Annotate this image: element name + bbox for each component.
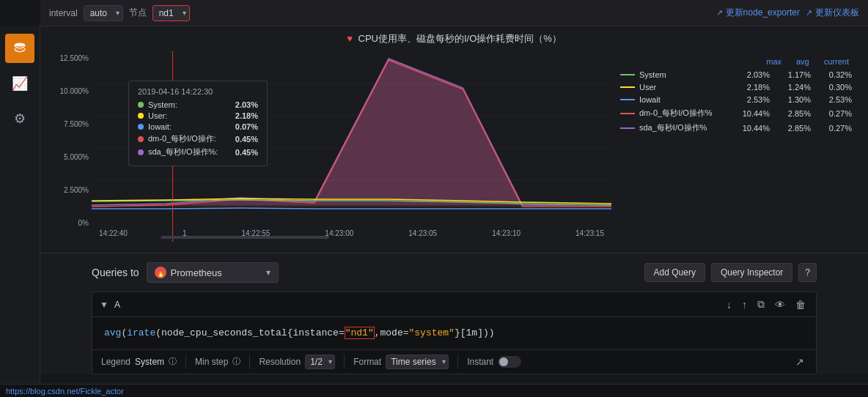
external-link-icon-2: ↗ <box>806 8 812 18</box>
datasource-name: Prometheus <box>171 267 222 278</box>
legend-header: max avg current <box>620 57 852 66</box>
toggle-visibility-button[interactable]: 👁 <box>772 297 788 312</box>
top-toolbar: interval auto 节点 nd1 ↗ 更新node_exporter ↗… <box>40 0 868 26</box>
format-dropdown-wrap[interactable]: Time series <box>386 355 449 369</box>
tooltip-dot-sda <box>138 149 144 155</box>
chart-container: 12.500% 10.000% 7.500% 5.000% 2.500% 0% <box>40 51 868 242</box>
format-field: Format Time series <box>353 355 449 369</box>
format-label: Format <box>353 357 381 367</box>
update-dashboard-link[interactable]: ↗ 更新仪表板 <box>806 7 859 19</box>
update-exporter-link[interactable]: ↗ 更新node_exporter <box>716 7 800 19</box>
query-mode-value: "system" <box>409 327 455 338</box>
resolution-label: Resolution <box>259 357 301 367</box>
tooltip-dot-dm0 <box>138 136 144 142</box>
legend-info-icon[interactable]: ⓘ <box>169 356 177 367</box>
format-dropdown[interactable]: Time series <box>386 355 449 369</box>
collapse-arrow[interactable]: ▼ <box>100 300 108 310</box>
sep3 <box>344 355 345 369</box>
main-content: interval auto 节点 nd1 ↗ 更新node_exporter ↗… <box>40 0 868 374</box>
query-inspector-button[interactable]: Query Inspector <box>711 263 792 282</box>
sidebar-icon-chart[interactable]: 📈 <box>5 69 34 98</box>
tooltip-row-user: User: 2.18% <box>138 111 258 120</box>
query-irate: irate <box>127 327 155 338</box>
legend-value: System <box>135 357 164 367</box>
remove-query-button[interactable]: 🗑 <box>792 297 809 312</box>
tooltip-dot-system <box>138 102 144 108</box>
instant-toggle[interactable] <box>498 356 521 368</box>
legend-row-iowait[interactable]: Iowait 2.53% 1.30% 2.53% <box>620 95 852 104</box>
min-step-label: Min step <box>195 357 228 367</box>
legend-color-iowait <box>620 99 635 100</box>
footer-right: ↗ <box>792 355 807 369</box>
legend-label: Legend <box>101 357 130 367</box>
tooltip-dot-user <box>138 113 144 119</box>
sep2 <box>249 355 250 369</box>
chart-tooltip: 2019-04-16 14:22:30 System: 2.03% User: … <box>128 81 268 166</box>
query-input-area[interactable]: avg(irate(node_cpu_seconds_total{instanc… <box>92 317 816 349</box>
chart-scrollbar[interactable] <box>161 236 330 239</box>
query-function: avg <box>104 327 121 338</box>
query-actions-right: ↓ ↑ ⧉ 👁 🗑 <box>724 297 809 312</box>
query-letter-a: A <box>114 300 120 310</box>
legend-color-sda <box>620 127 635 129</box>
resolution-dropdown[interactable]: 1/2 <box>305 355 335 369</box>
tooltip-row-dm0: dm-0_每秒I/O操作: 0.45% <box>138 133 258 144</box>
duplicate-button[interactable]: ⧉ <box>754 297 768 312</box>
toolbar-right: ↗ 更新node_exporter ↗ 更新仪表板 <box>716 7 859 19</box>
queries-to-label: Queries to <box>92 267 139 278</box>
sidebar-icon-database[interactable] <box>5 34 34 63</box>
legend-color-dm0 <box>620 113 635 114</box>
legend-row-system[interactable]: System 2.03% 1.17% 0.32% <box>620 70 852 79</box>
tooltip-row-sda: sda_每秒I/O操作%: 0.45% <box>138 146 258 157</box>
datasource-dropdown-arrow: ▾ <box>266 267 271 278</box>
interval-label: interval <box>49 8 78 18</box>
chart-title: ♥ CPU使用率、磁盘每秒的I/O操作耗费时间（%） <box>40 26 868 51</box>
legend-row-sda[interactable]: sda_每秒I/O操作% 10.44% 2.85% 0.27% <box>620 122 852 133</box>
legend-panel: max avg current System 2.03% 1.17% 0.32%… <box>611 51 861 242</box>
move-up-button[interactable]: ↑ <box>739 297 750 312</box>
legend-color-system <box>620 74 635 75</box>
chart-area: ♥ CPU使用率、磁盘每秒的I/O操作耗费时间（%） 12.500% 10.00… <box>40 26 868 253</box>
nd1-dropdown[interactable]: nd1 <box>152 5 190 21</box>
nd1-dropdown-wrap[interactable]: nd1 <box>152 5 190 21</box>
instant-label: Instant <box>467 357 493 367</box>
interval-dropdown[interactable]: auto <box>84 5 123 21</box>
chart-svg-wrap: 12.500% 10.000% 7.500% 5.000% 2.500% 0% <box>48 51 611 242</box>
resolution-field: Resolution 1/2 <box>259 355 335 369</box>
interval-dropdown-wrap[interactable]: auto <box>84 5 123 21</box>
query-instance-value: "nd1" <box>345 327 375 339</box>
query-editor-a-header: ▼ A ↓ ↑ ⧉ 👁 🗑 <box>92 292 816 317</box>
toggle-knob <box>499 357 508 366</box>
node-label: 节点 <box>129 7 147 19</box>
sidebar-icon-gear[interactable]: ⚙ <box>5 104 34 133</box>
help-button[interactable]: ? <box>798 263 817 282</box>
query-footer: Legend System ⓘ Min step ⓘ Resolution 1/… <box>92 349 816 374</box>
tooltip-row-system: System: 2.03% <box>138 100 258 109</box>
min-step-info-icon[interactable]: ⓘ <box>232 356 240 367</box>
min-step-field: Min step ⓘ <box>195 356 240 367</box>
add-query-button[interactable]: Add Query <box>644 263 705 282</box>
legend-field: Legend System ⓘ <box>101 356 177 367</box>
tooltip-row-iowait: Iowait: 0.07% <box>138 122 258 131</box>
queries-header: Queries to 🔥 Prometheus ▾ Add Query Quer… <box>92 262 817 283</box>
query-editor-a: ▼ A ↓ ↑ ⧉ 👁 🗑 avg(irate(node_cpu_seconds… <box>92 292 817 374</box>
left-sidebar: 📈 ⚙ <box>0 26 40 380</box>
move-down-button[interactable]: ↓ <box>724 297 735 312</box>
share-query-button[interactable]: ↗ <box>792 355 807 369</box>
resolution-dropdown-wrap[interactable]: 1/2 <box>305 355 335 369</box>
sep1 <box>185 355 186 369</box>
heart-icon: ♥ <box>347 33 353 44</box>
queries-section: Queries to 🔥 Prometheus ▾ Add Query Quer… <box>40 253 868 374</box>
legend-row-dm0[interactable]: dm-0_每秒I/O操作% 10.44% 2.85% 0.27% <box>620 108 852 119</box>
tooltip-title: 2019-04-16 14:22:30 <box>138 87 258 96</box>
instant-field: Instant <box>467 356 521 368</box>
external-link-icon: ↗ <box>716 8 723 18</box>
sep4 <box>457 355 458 369</box>
prometheus-icon: 🔥 <box>155 267 166 278</box>
legend-color-user <box>620 86 635 88</box>
legend-row-user[interactable]: User 2.18% 1.24% 0.30% <box>620 83 852 92</box>
datasource-select[interactable]: 🔥 Prometheus ▾ <box>147 262 279 283</box>
tooltip-dot-iowait <box>138 124 144 130</box>
y-axis: 12.500% 10.000% 7.500% 5.000% 2.500% 0% <box>48 51 92 227</box>
database-icon <box>7 35 33 62</box>
